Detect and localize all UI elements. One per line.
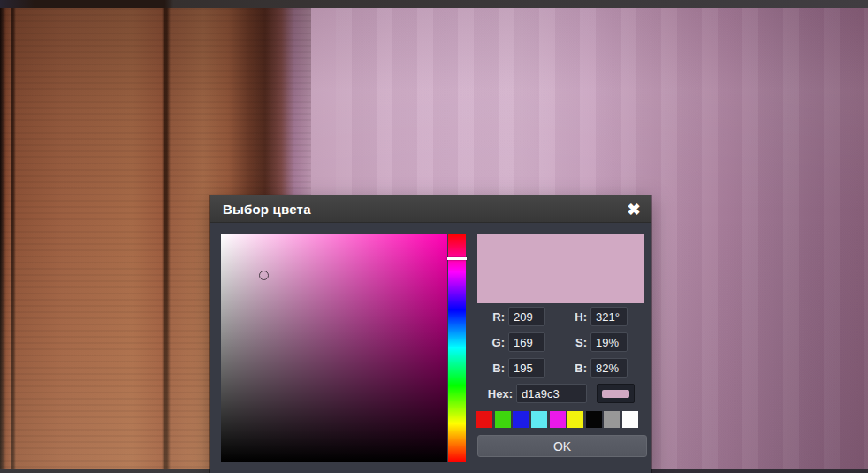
preset-swatch-black[interactable] [586, 411, 602, 428]
blue-input[interactable] [508, 358, 545, 378]
close-icon: ✖ [627, 202, 640, 217]
hex-color-button[interactable] [597, 384, 635, 403]
preset-swatch-white[interactable] [622, 411, 638, 428]
color-preview [477, 234, 644, 303]
color-cursor[interactable] [259, 271, 269, 280]
preset-palette [476, 411, 638, 428]
hue-slider[interactable] [448, 234, 466, 462]
green-field: G: [467, 332, 545, 352]
saturation-label: S: [550, 336, 587, 349]
preset-swatch-red[interactable] [476, 411, 492, 428]
hue-input[interactable] [590, 307, 628, 326]
red-input[interactable] [508, 307, 545, 326]
screen: Выбор цвета ✖ R: G: B: H: S [0, 0, 868, 473]
green-input[interactable] [508, 332, 545, 352]
saturation-field: S: [550, 332, 628, 352]
hue-label: H: [550, 310, 587, 324]
brightness-field: B: [550, 358, 628, 378]
blue-label: B: [467, 362, 505, 375]
hex-input[interactable] [516, 384, 587, 403]
hex-field: Hex: [467, 384, 587, 403]
color-picker-dialog: Выбор цвета ✖ R: G: B: H: S [210, 195, 651, 473]
top-dark-strip [0, 0, 868, 8]
preset-swatch-magenta[interactable] [550, 411, 566, 428]
brightness-label: B: [550, 362, 587, 375]
blue-field: B: [467, 358, 545, 378]
saturation-input[interactable] [590, 332, 628, 352]
preset-swatch-yellow[interactable] [567, 411, 583, 428]
hex-color-swatch [602, 390, 629, 398]
red-label: R: [467, 310, 505, 324]
preset-swatch-blue[interactable] [513, 411, 529, 428]
red-field: R: [467, 307, 545, 326]
dialog-titlebar: Выбор цвета ✖ [210, 195, 651, 223]
hue-slider-handle[interactable] [447, 257, 467, 260]
preset-swatch-gray[interactable] [604, 411, 620, 428]
close-button[interactable]: ✖ [621, 197, 646, 221]
hex-label: Hex: [467, 387, 513, 401]
saturation-brightness-square[interactable] [221, 234, 447, 462]
green-label: G: [467, 336, 505, 349]
preset-swatch-green[interactable] [495, 411, 511, 428]
dialog-title: Выбор цвета [210, 202, 311, 217]
preset-swatch-cyan[interactable] [531, 411, 547, 428]
brightness-input[interactable] [590, 358, 628, 378]
hue-field: H: [550, 307, 628, 326]
ok-button[interactable]: OK [477, 435, 647, 457]
